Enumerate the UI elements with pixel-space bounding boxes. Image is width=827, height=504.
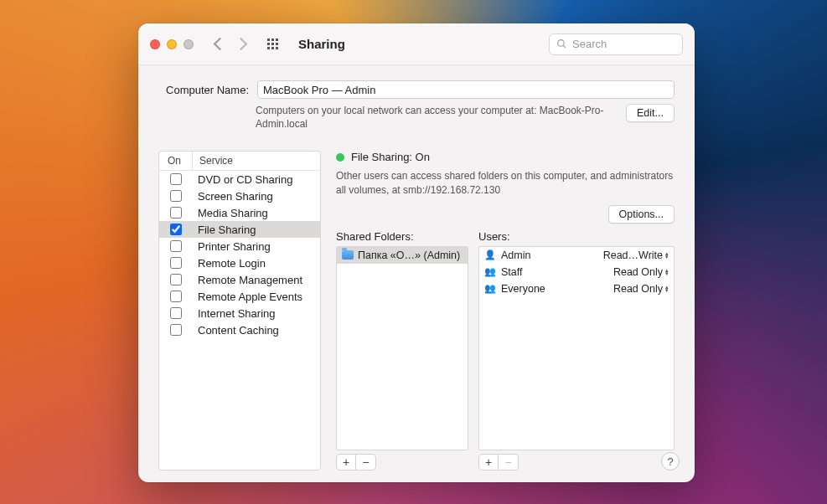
search-placeholder: Search: [572, 38, 607, 50]
service-name: Screen Sharing: [193, 190, 320, 203]
search-input[interactable]: Search: [549, 33, 683, 55]
titlebar: Sharing Search: [138, 23, 695, 65]
permission-stepper[interactable]: Read Only▴▾: [613, 283, 669, 295]
folder-icon: [342, 250, 354, 260]
permission-stepper[interactable]: Read Only▴▾: [613, 266, 669, 278]
service-name: File Sharing: [193, 224, 320, 236]
status-description: Other users can access shared folders on…: [336, 169, 675, 196]
service-name: Content Caching: [193, 324, 320, 337]
forward-icon[interactable]: [235, 38, 248, 51]
service-name: Printer Sharing: [193, 240, 320, 253]
svg-point-0: [558, 40, 565, 47]
options-button[interactable]: Options...: [608, 205, 675, 224]
service-checkbox[interactable]: [170, 324, 182, 336]
service-checkbox[interactable]: [170, 224, 182, 235]
users-label: Users:: [478, 230, 675, 243]
computer-name-hint: Computers on your local network can acce…: [256, 104, 626, 131]
service-row[interactable]: Printer Sharing: [159, 238, 320, 255]
person-icon: 👤: [484, 249, 496, 260]
service-checkbox[interactable]: [170, 257, 182, 269]
services-header-on: On: [159, 152, 193, 170]
service-checkbox[interactable]: [170, 291, 182, 302]
search-icon: [556, 39, 567, 49]
group-icon: 👥: [484, 283, 496, 294]
users-list[interactable]: 👤AdminRead…Write▴▾👥StaffRead Only▴▾👥Ever…: [478, 246, 675, 450]
remove-folder-button[interactable]: −: [356, 454, 376, 471]
service-row[interactable]: File Sharing: [159, 221, 320, 238]
user-row[interactable]: 👥StaffRead Only▴▾: [479, 264, 674, 280]
sharing-preferences-window: Sharing Search Computer Name: Computers …: [138, 23, 695, 482]
add-user-button[interactable]: +: [478, 454, 499, 471]
nav-arrows: [215, 39, 246, 49]
service-name: DVD or CD Sharing: [193, 173, 320, 186]
close-icon[interactable]: [150, 39, 160, 49]
service-name: Internet Sharing: [193, 307, 320, 320]
stepper-icon: ▴▾: [665, 269, 669, 275]
show-all-icon[interactable]: [267, 39, 278, 49]
user-row[interactable]: 👥EveryoneRead Only▴▾: [479, 280, 674, 297]
computer-name-input[interactable]: [257, 80, 675, 99]
service-checkbox[interactable]: [170, 307, 182, 319]
service-row[interactable]: Internet Sharing: [159, 305, 320, 321]
shared-folders-label: Shared Folders:: [336, 230, 468, 243]
help-button[interactable]: ?: [661, 452, 680, 471]
stepper-icon: ▴▾: [665, 285, 669, 292]
window-controls: [150, 39, 194, 49]
service-row[interactable]: Content Caching: [159, 321, 320, 338]
status-dot-icon: [336, 153, 344, 162]
service-row[interactable]: DVD or CD Sharing: [159, 171, 320, 188]
services-table: On Service DVD or CD SharingScreen Shari…: [158, 151, 321, 471]
status-title: File Sharing: On: [351, 151, 430, 163]
services-header-service: Service: [193, 152, 320, 170]
user-name: Admin: [501, 249, 530, 261]
content-area: Computer Name: Computers on your local n…: [138, 65, 695, 482]
user-row[interactable]: 👤AdminRead…Write▴▾: [479, 247, 674, 264]
service-name: Media Sharing: [193, 207, 320, 219]
folder-row[interactable]: Папка «О…» (Admin): [337, 247, 468, 264]
service-name: Remote Apple Events: [193, 291, 320, 303]
service-row[interactable]: Remote Login: [159, 255, 320, 271]
service-checkbox[interactable]: [170, 274, 182, 285]
computer-name-label: Computer Name:: [158, 84, 249, 96]
service-checkbox[interactable]: [170, 207, 182, 219]
folder-name: Папка «О…» (Admin): [358, 249, 460, 261]
service-name: Remote Management: [193, 274, 320, 286]
user-name: Everyone: [501, 283, 545, 295]
service-row[interactable]: Media Sharing: [159, 204, 320, 221]
group-icon: 👥: [484, 266, 496, 277]
service-detail: File Sharing: On Other users can access …: [336, 151, 675, 471]
service-row[interactable]: Remote Apple Events: [159, 288, 320, 305]
service-checkbox[interactable]: [170, 173, 182, 185]
minimize-icon[interactable]: [167, 39, 177, 49]
window-title: Sharing: [298, 37, 345, 51]
shared-folders-list[interactable]: Папка «О…» (Admin): [336, 246, 468, 450]
service-checkbox[interactable]: [170, 190, 182, 202]
zoom-icon[interactable]: [183, 39, 194, 49]
back-icon[interactable]: [214, 38, 227, 51]
stepper-icon: ▴▾: [665, 252, 669, 259]
service-row[interactable]: Remote Management: [159, 271, 320, 288]
svg-line-1: [563, 45, 566, 48]
service-row[interactable]: Screen Sharing: [159, 188, 320, 204]
add-folder-button[interactable]: +: [336, 454, 356, 471]
edit-button[interactable]: Edit...: [626, 104, 675, 122]
service-name: Remote Login: [193, 257, 320, 270]
permission-stepper[interactable]: Read…Write▴▾: [603, 249, 669, 261]
service-checkbox[interactable]: [170, 240, 182, 252]
user-name: Staff: [501, 266, 522, 278]
remove-user-button[interactable]: −: [499, 454, 519, 471]
